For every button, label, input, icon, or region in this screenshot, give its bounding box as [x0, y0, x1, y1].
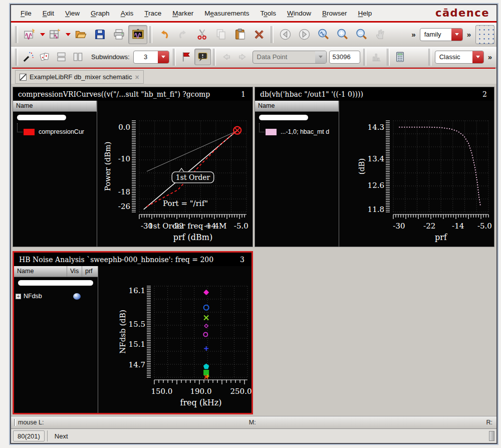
legend-item-label: ...-1,0; hbac_mt d	[281, 128, 329, 135]
toolbar-separator	[15, 26, 18, 43]
menu-view[interactable]: View	[60, 8, 85, 19]
menu-trace[interactable]: Trace	[139, 8, 167, 19]
delete-button[interactable]	[249, 25, 269, 44]
tab-close-icon[interactable]: ×	[135, 73, 139, 81]
svg-text:(dB): (dB)	[357, 158, 366, 174]
menu-help[interactable]: Help	[353, 8, 378, 19]
combo-3[interactable]: 3	[133, 51, 169, 64]
paste-button[interactable]	[230, 25, 249, 44]
combo-family[interactable]: family	[420, 28, 463, 41]
print-button[interactable]	[109, 25, 128, 44]
mini-scrollbar-thumb[interactable]	[489, 431, 494, 441]
overflow-chevron[interactable]: »	[485, 53, 494, 61]
redo-button[interactable]	[173, 25, 192, 44]
legend-prf-header[interactable]: prf	[82, 266, 97, 277]
overflow-chevron[interactable]: »	[409, 30, 418, 39]
annotation-button[interactable]	[194, 49, 211, 65]
legend-item-hbac[interactable]: ...-1,0; hbac_mt d	[255, 127, 339, 136]
histogram-button[interactable]	[368, 49, 385, 65]
cards-button[interactable]	[37, 49, 53, 65]
calculator-button[interactable]	[392, 49, 408, 65]
menu-graph[interactable]: Graph	[85, 8, 115, 19]
subwindow-3-legend: Name Vis prf + NFdsb	[14, 266, 98, 413]
legend-scrollbar[interactable]	[259, 115, 308, 120]
legend-scrollbar[interactable]	[17, 115, 66, 120]
combo-data-point[interactable]: Data Point	[253, 51, 327, 64]
svg-text:Port = "/rif": Port = "/rif"	[163, 199, 208, 208]
menu-tools[interactable]: Tools	[255, 8, 282, 19]
tab-example-librf[interactable]: ExampleLibRF db_mixer schematic ×	[15, 70, 144, 84]
export-image-button[interactable]	[128, 25, 147, 44]
overflow-chevron[interactable]: »	[464, 30, 473, 39]
flag-button[interactable]	[178, 49, 194, 65]
menu-file[interactable]: File	[15, 8, 37, 19]
svg-text:16.1: 16.1	[129, 286, 145, 295]
new-graph-icon	[24, 28, 36, 41]
legend-vis-header[interactable]: Vis	[67, 266, 82, 277]
legend-name-header[interactable]: Name	[14, 266, 67, 277]
trace-swatch-pink[interactable]	[266, 129, 277, 135]
legend-scrollbar[interactable]	[18, 280, 93, 286]
legend-item-nfdsb[interactable]: + NFdsb	[14, 293, 98, 300]
toolbar-separator	[363, 49, 366, 66]
dropdown-arrow-icon[interactable]	[39, 26, 46, 44]
plot-2[interactable]: 14.313.412.611.8-30-22-14-5.0(dB)prf	[339, 101, 494, 247]
combo-arrow-icon[interactable]	[451, 29, 462, 41]
legend-item-compression[interactable]: compressionCur	[13, 127, 97, 136]
subwindow-2: db(vh('hbac "/out1" '((-1 0)))) 2 Name .…	[255, 87, 494, 247]
combo-arrow-icon[interactable]	[158, 51, 169, 63]
tree-expand-icon[interactable]: +	[16, 294, 21, 299]
back-button[interactable]	[276, 25, 295, 44]
save-button[interactable]	[90, 25, 109, 44]
svg-text:Power (dBm): Power (dBm)	[103, 142, 112, 191]
menu-marker[interactable]: Marker	[167, 8, 199, 19]
zoom-fit-button[interactable]	[314, 25, 333, 44]
dropdown-arrow-icon[interactable]	[65, 26, 71, 44]
menu-axis[interactable]: Axis	[115, 8, 139, 19]
cut-button[interactable]	[192, 25, 211, 44]
zoom-in-button[interactable]	[333, 25, 352, 44]
page-indicator: 80(201)	[13, 430, 45, 441]
new-subwindow-button[interactable]	[46, 25, 65, 44]
zoom-out-button[interactable]	[352, 25, 371, 44]
split-vertical-icon	[72, 51, 84, 63]
menubar: FileEditViewGraphAxisTraceMarkerMeasurem…	[11, 5, 496, 21]
visibility-eye-icon[interactable]	[73, 293, 81, 300]
prev-button[interactable]	[218, 49, 234, 65]
menu-measurements[interactable]: Measurements	[199, 8, 255, 19]
subwindow-1-title: compressionVRICurves((v("/...sult "hb_mt…	[13, 87, 253, 101]
split-horizontal-button[interactable]	[53, 49, 70, 65]
next-button[interactable]	[234, 49, 251, 65]
pan-button[interactable]	[371, 25, 390, 44]
svg-text:-18: -18	[118, 187, 130, 196]
point-value-field[interactable]: 53096	[329, 51, 360, 64]
svg-text:11.8: 11.8	[368, 205, 384, 214]
legend-name-header[interactable]: Name	[255, 101, 339, 111]
menu-edit[interactable]: Edit	[37, 8, 60, 19]
toolbar-main: »family»	[11, 23, 496, 47]
svg-text:15.1: 15.1	[129, 340, 145, 349]
new-subwindow-icon	[49, 28, 62, 41]
viva-graph-window: FileEditViewGraphAxisTraceMarkerMeasurem…	[10, 4, 497, 444]
tab-bar: ExampleLibRF db_mixer schematic ×	[11, 69, 496, 84]
legend-name-header[interactable]: Name	[13, 101, 97, 111]
toolbar-handle-grid[interactable]	[475, 25, 494, 44]
next-label[interactable]: Next	[47, 430, 75, 441]
combo-arrow-icon[interactable]	[472, 51, 483, 63]
plot-3[interactable]: 16.115.515.114.7150.0190.0250.0NFdsb (dB…	[98, 266, 252, 413]
new-graph-button[interactable]	[20, 25, 39, 44]
combo-arrow-icon[interactable]	[315, 51, 326, 63]
undo-button[interactable]	[154, 25, 173, 44]
menu-browser[interactable]: Browser	[317, 8, 353, 19]
split-vertical-button[interactable]	[70, 49, 86, 65]
menu-window[interactable]: Window	[282, 8, 317, 19]
forward-button[interactable]	[295, 25, 314, 44]
open-button[interactable]	[71, 25, 90, 44]
plot-1[interactable]: 0.0-10-18-26-30-22-14-5.0Power (dBm)prf …	[97, 101, 253, 247]
graph-area: compressionVRICurves((v("/...sult "hb_mt…	[11, 84, 496, 416]
histogram-icon	[371, 51, 382, 63]
combo-classic[interactable]: Classic	[435, 51, 484, 64]
wand-button[interactable]	[20, 49, 37, 65]
trace-swatch-red[interactable]	[24, 129, 35, 135]
copy-button[interactable]	[211, 25, 230, 44]
